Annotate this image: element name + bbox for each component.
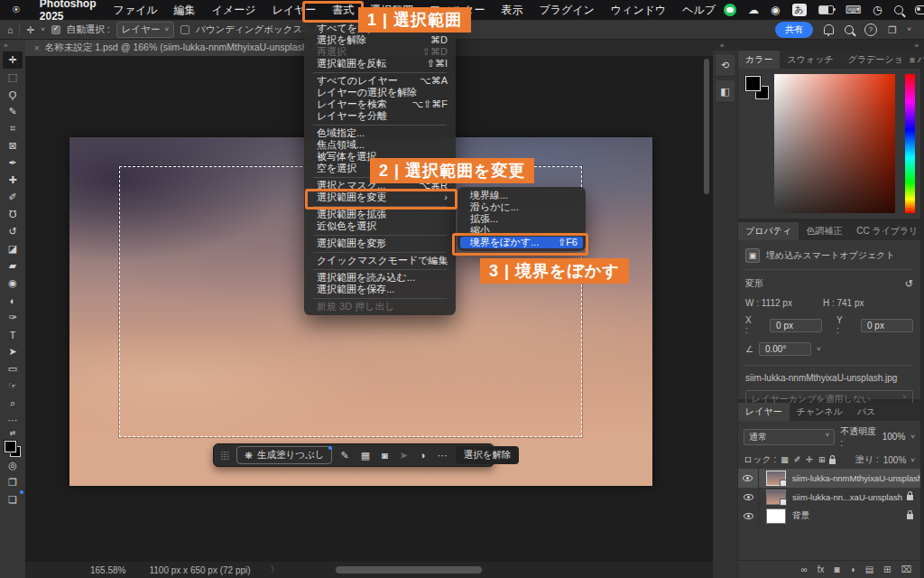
cloud-icon[interactable]: ☁ [748, 4, 759, 16]
dodge-tool[interactable]: ◐ [3, 292, 23, 309]
submenu-item[interactable]: 拡張... [457, 213, 586, 225]
zoom-tool[interactable]: ⌕ [3, 395, 23, 412]
menu-title[interactable]: イメージ [204, 3, 264, 18]
deselect-button[interactable]: 選択を解除 [456, 446, 520, 464]
panel-tab[interactable]: CC ライブラリ [849, 222, 924, 240]
move-tool-icon[interactable]: ✛ [26, 24, 34, 35]
submenu-item[interactable]: 滑らかに... [457, 201, 586, 213]
layer-row[interactable]: siim-lukka-nnmMthyixaU-unsplash [738, 469, 920, 488]
lock-transparency-icon[interactable]: ▦ [781, 455, 789, 464]
menu-item[interactable]: 選択範囲を変形 [304, 238, 456, 249]
layer-row[interactable]: 背景 [738, 507, 920, 526]
submenu-item[interactable]: 縮小 [457, 225, 586, 237]
menu-item[interactable]: 新規 3D 押し出し [304, 301, 456, 312]
layer-row[interactable]: siim-lukka-nn...xaU-unsplash [738, 488, 920, 507]
x-input[interactable]: 0 px [770, 319, 822, 332]
more-options-icon[interactable]: ⋯ [438, 450, 448, 461]
panel-tab[interactable]: 色調補正 [799, 222, 849, 240]
modify-selection-icon[interactable]: ✎ [340, 450, 348, 461]
control-center-icon[interactable] [915, 5, 924, 14]
lock-all-icon[interactable] [829, 459, 836, 464]
y-input[interactable]: 0 px [861, 319, 913, 332]
edit-in-app-icon[interactable]: ❏ [3, 491, 23, 508]
comments-panel-icon[interactable]: ◧ [716, 80, 735, 103]
menu-title[interactable]: 書式 [324, 3, 362, 18]
crop-tool[interactable]: ⌗ [3, 120, 23, 137]
visibility-cell[interactable] [738, 507, 759, 526]
new-layer-icon[interactable]: ⊞ [883, 564, 891, 574]
menu-item[interactable]: 色域指定... [304, 127, 456, 139]
workspace-icon[interactable]: ❐ [888, 24, 896, 35]
move-tool[interactable]: ✛ [3, 51, 23, 69]
layer-name[interactable]: siim-lukka-nnmMthyixaU-unsplash [792, 473, 920, 483]
adjustment-icon[interactable]: ◑ [420, 450, 426, 461]
gradient-tool[interactable]: ▰ [3, 257, 23, 275]
status-chevron-icon[interactable]: 〉 [271, 564, 280, 576]
type-tool[interactable]: T [3, 326, 23, 343]
menu-item[interactable]: レイヤーを分離 [304, 110, 456, 122]
foreground-background-colors[interactable] [5, 441, 21, 457]
menu-title[interactable]: ウィンドウ [603, 3, 674, 18]
visibility-cell[interactable] [738, 488, 759, 507]
chevron-down-icon[interactable]: ˅ [817, 345, 821, 353]
visibility-cell[interactable] [738, 469, 759, 488]
bounding-box-checkbox[interactable] [180, 25, 189, 34]
layer-thumbnail[interactable] [766, 508, 786, 524]
chevron-down-icon[interactable]: ˅ [910, 456, 915, 464]
drag-handle[interactable]: ⣿⣿ [220, 452, 228, 459]
menu-title[interactable]: 表示 [493, 3, 531, 18]
add-mask-icon[interactable]: ◙ [382, 450, 388, 461]
link-icon[interactable]: ⌨ [845, 4, 861, 16]
menu-item[interactable]: 近似色を選択 [304, 220, 456, 232]
color-swatches[interactable] [745, 76, 769, 99]
layer-name[interactable]: 背景 [792, 510, 809, 522]
menu-title[interactable]: 編集 [166, 3, 204, 18]
reset-transform-icon[interactable]: ↺ [905, 278, 913, 290]
menu-title[interactable]: ヘルプ [674, 3, 724, 18]
share-button[interactable]: 共有 [775, 22, 813, 38]
auto-select-dropdown[interactable]: レイヤー˅ [116, 22, 174, 38]
menu-item[interactable]: 再選択⇧⌘D [304, 46, 456, 58]
panel-tab[interactable]: カラー [738, 51, 780, 69]
lasso-tool[interactable]: Ϙ [3, 86, 23, 103]
menu-item[interactable]: レイヤーの選択を解除 [304, 87, 456, 98]
link-layers-icon[interactable]: ∞ [801, 564, 808, 574]
document-tab[interactable]: × 名称未設定 1.psd @ 166% (siim-lukka-nnmMthy… [25, 40, 345, 56]
input-source-icon[interactable]: あ [792, 4, 807, 16]
menu-item[interactable]: 選択範囲を拡張 [304, 209, 456, 220]
quick-mask-icon[interactable]: ◎ [3, 457, 23, 474]
zoom-level[interactable]: 165.58% [90, 565, 125, 575]
menu-item[interactable]: レイヤーを検索⌥⇧⌘F [304, 98, 456, 110]
menu-title[interactable]: ファイル [105, 3, 165, 18]
shape-tool[interactable]: ▭ [3, 360, 23, 378]
battery-icon[interactable] [818, 5, 834, 14]
panel-menu-icon[interactable]: ≡ [910, 51, 920, 69]
clock-icon[interactable]: ◷ [873, 4, 882, 16]
layer-name[interactable]: siim-lukka-nn...xaU-unsplash [792, 492, 902, 502]
panel-tab[interactable]: スウォッチ [780, 51, 840, 69]
auto-select-checkbox[interactable] [51, 25, 60, 34]
panel-tab[interactable]: レイヤー [738, 403, 790, 421]
menu-item[interactable]: 選択を解除⌘D [304, 34, 456, 46]
collapse-panels-icon[interactable]: « [720, 42, 724, 50]
lock-pixels-icon[interactable]: ✐ [794, 455, 801, 464]
layer-thumbnail[interactable] [766, 489, 786, 505]
brush-tool[interactable]: ✐ [3, 189, 23, 206]
home-icon[interactable]: ⌂ [7, 24, 13, 35]
close-tab-icon[interactable]: × [34, 43, 40, 53]
object-selection-tool[interactable]: ✎ [3, 103, 23, 120]
history-panel-icon[interactable]: ⟲ [716, 54, 735, 77]
fill-value[interactable]: 100% [883, 455, 907, 465]
blur-tool[interactable]: ◉ [3, 275, 23, 292]
horizontal-scrollbar[interactable] [336, 566, 482, 573]
menu-item[interactable]: 選択範囲を読み込む... [304, 272, 456, 284]
menu-item[interactable]: すべてのレイヤー⌥⌘A [304, 75, 456, 87]
expand-toolbar-icon[interactable]: » [0, 40, 7, 51]
frame-tool[interactable]: ⊠ [3, 137, 23, 154]
marquee-tool[interactable]: ⬚ [3, 69, 23, 86]
clone-stamp-tool[interactable]: ℧ [3, 206, 23, 223]
group-layers-icon[interactable]: ▤ [865, 564, 873, 574]
adjustment-layer-icon[interactable]: ◑ [850, 564, 855, 574]
saturation-field[interactable] [774, 74, 895, 213]
healing-brush-tool[interactable]: ✚ [3, 172, 23, 189]
